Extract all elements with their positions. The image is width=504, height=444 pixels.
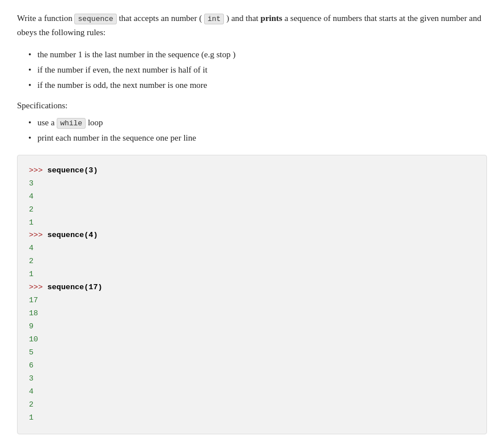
rule-item: if the number is odd, the next number is… bbox=[28, 78, 487, 93]
output-17-8: 4 bbox=[29, 386, 475, 399]
desc-text-3: ) and that bbox=[224, 14, 260, 23]
output-4-2: 2 bbox=[29, 255, 475, 268]
output-17-9: 2 bbox=[29, 399, 475, 412]
output-4-1: 4 bbox=[29, 242, 475, 255]
rules-list: the number 1 is the last number in the s… bbox=[28, 47, 487, 93]
call-2: sequence(4) bbox=[47, 231, 98, 239]
call-3: sequence(17) bbox=[47, 283, 102, 291]
spec-1-text-before: use a bbox=[37, 118, 57, 127]
output-17-1: 17 bbox=[29, 294, 475, 307]
rule-item: the number 1 is the last number in the s… bbox=[28, 47, 487, 62]
output-3-2: 4 bbox=[29, 191, 475, 204]
output-17-7: 3 bbox=[29, 373, 475, 386]
output-3-4: 1 bbox=[29, 217, 475, 230]
desc-text-2: that accepts an number ( bbox=[117, 14, 204, 23]
code-line-prompt-1: >>> sequence(3) bbox=[29, 164, 475, 177]
description-paragraph: Write a function sequence that accepts a… bbox=[17, 11, 487, 39]
int-code-inline: int bbox=[204, 14, 224, 24]
specifications-list: use a while loop print each number in th… bbox=[28, 115, 487, 146]
while-code-inline: while bbox=[57, 118, 86, 129]
spec-1-text-after: loop bbox=[86, 118, 103, 127]
prompt-3: >>> bbox=[29, 283, 47, 291]
spec-2-text: print each number in the sequence one pe… bbox=[37, 133, 196, 142]
specifications-label: Specifications: bbox=[17, 101, 487, 111]
output-17-3: 9 bbox=[29, 320, 475, 333]
spec-item-2: print each number in the sequence one pe… bbox=[28, 130, 487, 146]
output-3-1: 3 bbox=[29, 177, 475, 191]
output-17-6: 6 bbox=[29, 360, 475, 373]
prompt-1: >>> bbox=[29, 166, 47, 175]
output-17-10: 1 bbox=[29, 412, 475, 425]
code-examples-block: >>> sequence(3) 3 4 2 1 >>> sequence(4) … bbox=[17, 155, 487, 434]
bold-prints: prints bbox=[261, 14, 282, 23]
prompt-2: >>> bbox=[29, 231, 47, 239]
desc-text-1: Write a function bbox=[17, 14, 74, 23]
sequence-code-inline: sequence bbox=[74, 14, 116, 24]
spec-item-1: use a while loop bbox=[28, 115, 487, 130]
output-17-2: 18 bbox=[29, 307, 475, 320]
code-line-prompt-3: >>> sequence(17) bbox=[29, 281, 475, 294]
output-4-3: 1 bbox=[29, 268, 475, 281]
call-1: sequence(3) bbox=[47, 166, 98, 175]
code-line-prompt-2: >>> sequence(4) bbox=[29, 229, 475, 242]
output-17-4: 10 bbox=[29, 333, 475, 346]
output-17-5: 5 bbox=[29, 346, 475, 360]
output-3-3: 2 bbox=[29, 204, 475, 217]
rule-item: if the number if even, the next number i… bbox=[28, 62, 487, 78]
